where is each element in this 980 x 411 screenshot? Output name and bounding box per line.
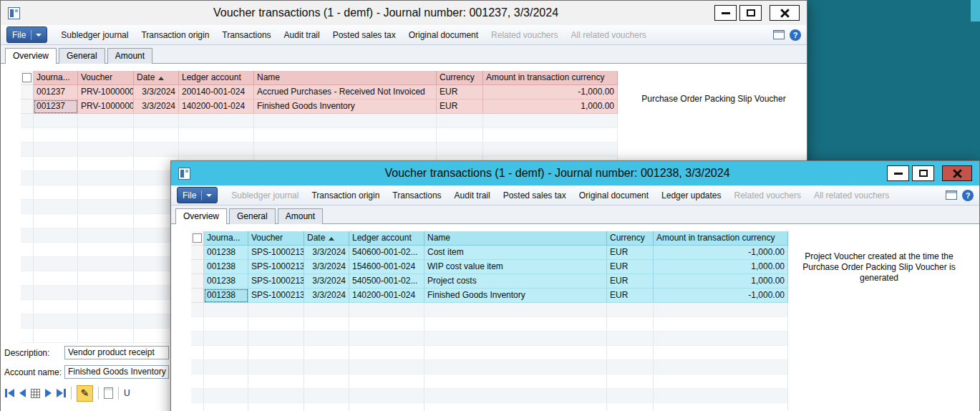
close-button[interactable] [942,165,972,181]
currency-cell[interactable]: EUR [607,246,654,260]
row-selector[interactable] [191,289,204,303]
amount-cell[interactable]: 1,000.00 [654,274,788,289]
name-cell[interactable]: Finished Goods Inventory [254,100,437,114]
window-layout-icon[interactable] [773,30,785,39]
column-header-amount[interactable]: Amount in transaction currency [654,231,788,246]
date-cell[interactable]: 3/3/2024 [304,260,349,274]
name-cell[interactable]: WIP cost value item [424,260,607,274]
currency-cell[interactable]: EUR [607,289,654,303]
currency-cell[interactable]: EUR [437,100,483,114]
select-all-cell[interactable] [21,71,34,85]
ledger-account-cell[interactable]: 200140-001-024 [179,85,254,100]
menu-item-original-document[interactable]: Original document [573,190,655,200]
column-header-journal[interactable]: Journa... [204,231,248,246]
amount-cell[interactable]: -1,000.00 [654,289,788,303]
currency-cell[interactable]: EUR [437,85,483,100]
row-selector[interactable] [191,260,204,274]
ledger-account-cell[interactable]: 140200-001-024 [179,100,254,114]
column-header-ledger-account[interactable]: Ledger account [349,231,424,246]
table-row-selected[interactable]: 001237 PRV-100000047 3/3/2024 140200-001… [21,100,618,114]
menu-item-audit-trail[interactable]: Audit trail [278,30,326,40]
column-header-currency[interactable]: Currency [437,71,483,85]
amount-cell[interactable]: 1,000.00 [483,100,618,114]
maximize-button[interactable] [912,165,934,181]
ledger-account-cell[interactable]: 154600-001-024 [349,260,424,274]
journal-cell[interactable]: 001238 [204,274,248,289]
file-menu-button[interactable]: File [6,26,47,43]
column-header-date[interactable]: Date [134,71,179,85]
account-name-input[interactable]: Finished Goods Inventory [64,365,169,379]
document-icon[interactable] [104,387,113,399]
journal-cell[interactable]: 001238 [204,260,248,274]
grid-view-icon[interactable] [31,389,40,398]
table-row[interactable]: 001238 SPS-1000213 3/3/2024 154600-001-0… [191,260,788,274]
ledger-account-cell[interactable]: 540600-001-02... [349,246,424,260]
row-selector[interactable] [191,246,204,260]
select-all-checkbox[interactable] [193,233,202,243]
menu-item-original-document[interactable]: Original document [402,30,485,40]
date-cell[interactable]: 3/3/2024 [134,100,179,114]
tab-general[interactable]: General [229,208,276,224]
menu-item-transaction-origin[interactable]: Transaction origin [305,190,386,200]
voucher-cell[interactable]: SPS-1000213 [248,260,304,274]
voucher-cell[interactable]: SPS-1000213 [248,274,304,289]
column-header-journal[interactable]: Journa... [34,71,78,85]
journal-cell[interactable]: 001237 [34,85,78,100]
column-header-voucher[interactable]: Voucher [248,231,304,246]
minimize-button[interactable] [887,165,909,181]
date-cell[interactable]: 3/3/2024 [134,85,179,100]
currency-cell[interactable]: EUR [607,260,654,274]
row-selector[interactable] [21,85,34,100]
ledger-account-cell[interactable]: 140200-001-024 [349,289,424,303]
column-header-name[interactable]: Name [424,231,607,246]
menu-item-subledger-journal[interactable]: Subledger journal [54,30,135,40]
menu-item-posted-sales-tax[interactable]: Posted sales tax [326,30,402,40]
amount-cell[interactable]: -1,000.00 [483,85,618,100]
select-all-checkbox[interactable] [22,73,31,82]
name-cell[interactable]: Finished Goods Inventory [424,289,607,303]
menu-item-posted-sales-tax[interactable]: Posted sales tax [497,190,573,200]
description-input[interactable]: Vendor product receipt [64,346,169,359]
menu-item-transaction-origin[interactable]: Transaction origin [135,30,215,40]
column-header-date[interactable]: Date [304,231,349,246]
maximize-button[interactable] [739,5,762,21]
menu-item-transactions[interactable]: Transactions [215,30,277,40]
column-header-name[interactable]: Name [254,71,437,85]
date-cell[interactable]: 3/3/2024 [304,274,349,289]
currency-cell[interactable]: EUR [607,274,654,289]
column-header-currency[interactable]: Currency [607,231,654,246]
row-selector[interactable] [191,274,204,289]
name-cell[interactable]: Cost item [424,246,607,260]
close-button[interactable] [770,5,800,21]
name-cell[interactable]: Accrued Purchases - Received Not Invoice… [254,85,437,100]
voucher-cell[interactable]: PRV-100000047 [78,100,134,114]
help-icon[interactable]: ? [962,190,974,201]
table-row[interactable]: 001238 SPS-1000213 3/3/2024 540500-001-0… [191,274,788,289]
next-record-button[interactable] [45,389,52,397]
previous-record-button[interactable] [19,389,26,397]
journal-cell-focused[interactable]: 001237 [34,100,78,114]
table-row[interactable]: 001237 PRV-100000047 3/3/2024 200140-001… [21,85,618,100]
journal-cell[interactable]: 001238 [204,246,248,260]
amount-cell[interactable]: -1,000.00 [654,246,788,260]
menu-item-transactions[interactable]: Transactions [386,190,447,200]
journal-cell-focused[interactable]: 001238 [204,289,248,303]
tab-amount[interactable]: Amount [107,48,152,64]
name-cell[interactable]: Project costs [424,274,607,289]
row-selector[interactable] [21,100,34,114]
file-menu-button[interactable]: File [177,187,218,203]
table-row-selected[interactable]: 001238 SPS-1000213 3/3/2024 140200-001-0… [191,289,788,303]
voucher-cell[interactable]: SPS-1000213 [248,246,304,260]
tab-amount[interactable]: Amount [278,208,323,224]
last-record-button[interactable] [57,389,66,397]
help-icon[interactable]: ? [790,29,801,41]
table-row[interactable]: 001238 SPS-1000213 3/3/2024 540600-001-0… [191,246,788,260]
amount-cell[interactable]: 1,000.00 [654,260,788,274]
column-header-amount[interactable]: Amount in transaction currency [483,71,618,85]
window-layout-icon[interactable] [946,190,957,200]
titlebar[interactable]: Voucher transactions (1 - demf) - Journa… [171,161,979,185]
tab-general[interactable]: General [59,48,105,64]
voucher-cell[interactable]: PRV-100000047 [78,85,134,100]
date-cell[interactable]: 3/3/2024 [304,246,349,260]
date-cell[interactable]: 3/3/2024 [304,289,349,303]
